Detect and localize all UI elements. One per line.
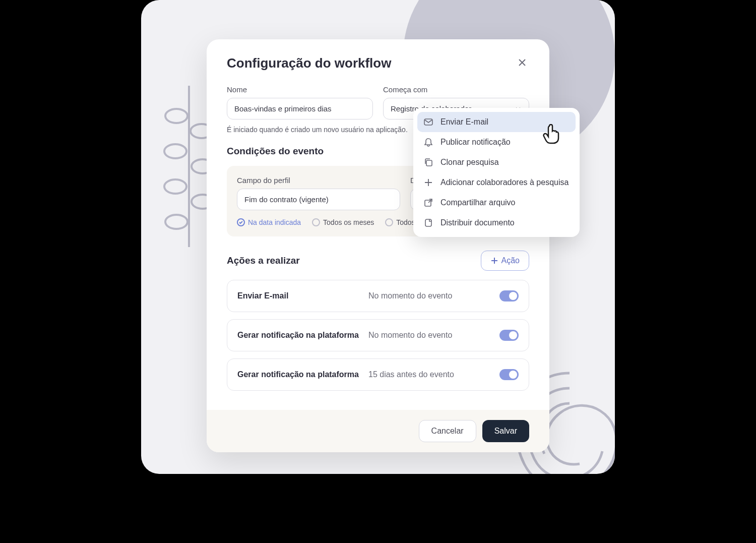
cancel-button[interactable]: Cancelar xyxy=(419,420,476,442)
radio-every-month-label: Todos os meses xyxy=(323,218,374,226)
action-name: Enviar E-mail xyxy=(237,291,368,300)
copy-icon xyxy=(423,157,433,167)
svg-rect-11 xyxy=(425,219,431,226)
dropdown-item-label: Publicar notificação xyxy=(440,138,511,147)
profile-field-select[interactable]: Fim do contrato (vigente) xyxy=(237,189,400,210)
svg-point-2 xyxy=(164,144,186,158)
plus-icon xyxy=(423,177,433,188)
action-timing: No momento do evento xyxy=(368,331,499,340)
mail-icon xyxy=(423,117,433,127)
dropdown-item-label: Adicionar colaboradores à pesquisa xyxy=(440,178,569,187)
modal-title: Configuração do workflow xyxy=(227,55,391,71)
document-icon xyxy=(423,218,433,228)
save-button[interactable]: Salvar xyxy=(482,420,529,442)
radio-on-date[interactable]: Na data indicada xyxy=(237,218,301,226)
add-action-label: Ação xyxy=(501,256,520,265)
svg-point-4 xyxy=(164,179,186,194)
plus-icon xyxy=(490,257,498,265)
action-toggle[interactable] xyxy=(499,369,519,380)
action-card: Gerar notificação na plataforma No momen… xyxy=(227,319,529,351)
profile-field-value: Fim do contrato (vigente) xyxy=(244,195,329,204)
dropdown-item-label: Enviar E-mail xyxy=(440,117,488,127)
action-name: Gerar notificação na plataforma xyxy=(237,331,368,340)
radio-every-month[interactable]: Todos os meses xyxy=(312,218,374,226)
name-input[interactable] xyxy=(227,98,373,119)
action-card: Gerar notificação na plataforma 15 dias … xyxy=(227,358,529,391)
share-icon xyxy=(423,198,433,208)
dropdown-item-add-collaborators[interactable]: Adicionar colaboradores à pesquisa xyxy=(417,172,576,193)
svg-point-6 xyxy=(165,215,187,229)
actions-title: Ações a realizar xyxy=(227,255,300,266)
bell-icon xyxy=(423,137,433,147)
dropdown-item-label: Compartilhar arquivo xyxy=(440,198,516,207)
svg-rect-8 xyxy=(424,119,432,125)
dropdown-item-distribute-document[interactable]: Distribuir documento xyxy=(417,213,576,233)
svg-point-0 xyxy=(165,109,187,123)
dropdown-item-label: Distribuir documento xyxy=(440,218,515,227)
backdrop: Configuração do workflow Nome Começa com… xyxy=(141,0,615,474)
name-label: Nome xyxy=(227,85,373,94)
svg-rect-9 xyxy=(426,160,432,166)
close-button[interactable] xyxy=(515,55,529,71)
profile-field-label: Campo do perfil xyxy=(237,176,400,185)
action-toggle[interactable] xyxy=(499,330,519,341)
dropdown-item-clone-survey[interactable]: Clonar pesquisa xyxy=(417,152,576,172)
close-icon xyxy=(517,57,527,68)
radio-on-date-label: Na data indicada xyxy=(248,218,301,226)
dropdown-item-share-file[interactable]: Compartilhar arquivo xyxy=(417,193,576,213)
radio-icon xyxy=(385,218,393,226)
action-timing: No momento do evento xyxy=(368,291,499,300)
cursor-hand-icon xyxy=(542,124,560,144)
starts-with-label: Começa com xyxy=(383,85,529,94)
add-action-button[interactable]: Ação xyxy=(481,251,529,271)
action-toggle[interactable] xyxy=(499,290,519,301)
action-card: Enviar E-mail No momento do evento xyxy=(227,280,529,312)
dropdown-item-label: Clonar pesquisa xyxy=(440,158,499,167)
radio-icon xyxy=(312,218,320,226)
check-circle-icon xyxy=(237,218,245,226)
workflow-config-modal: Configuração do workflow Nome Começa com… xyxy=(207,39,549,452)
action-name: Gerar notificação na plataforma xyxy=(237,370,368,379)
action-timing: 15 dias antes do evento xyxy=(368,370,499,379)
